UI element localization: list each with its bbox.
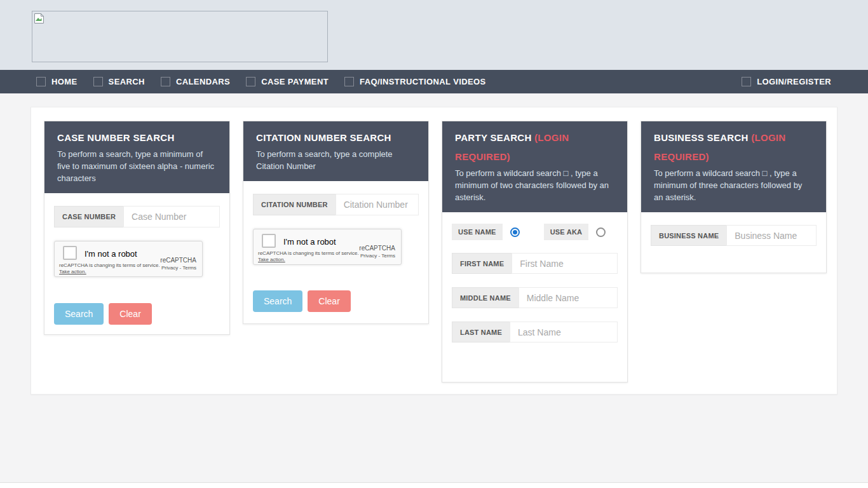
panel-header: BUSINESS SEARCH (LOGIN REQUIRED) To perf… [641, 121, 826, 212]
panel-description: To perform a search, type a complete Cit… [256, 148, 416, 172]
case-number-input-group: CASE NUMBER [54, 206, 220, 227]
nav-item-label: FAQ/INSTRUCTIONAL VIDEOS [360, 77, 486, 86]
search-button[interactable]: Search [54, 303, 104, 325]
case-number-input[interactable] [123, 206, 220, 227]
nav-item-label: CASE PAYMENT [261, 77, 329, 86]
recaptcha-brand-name: reCAPTCHA [160, 257, 196, 264]
recaptcha-take-action-link[interactable]: Take action. [59, 269, 86, 274]
nav-item-label: HOME [51, 77, 78, 86]
search-button[interactable]: Search [253, 290, 302, 312]
nav-item-search[interactable]: SEARCH [93, 77, 145, 86]
citation-number-input-group: CITATION NUMBER [253, 194, 419, 215]
main-navbar: HOME SEARCH CALENDARS CASE PAYMENT FAQ/I… [0, 70, 868, 93]
party-search-panel: PARTY SEARCH (LOGIN REQUIRED) To perform… [442, 121, 628, 383]
middle-name-input[interactable] [519, 287, 618, 308]
middle-name-input-group: MIDDLE NAME [452, 287, 618, 308]
recaptcha-brand: reCAPTCHA Privacy - Terms [359, 245, 395, 259]
home-icon [36, 77, 46, 86]
nav-item-label: CALENDARS [176, 77, 230, 86]
video-icon [344, 77, 354, 86]
clear-button[interactable]: Clear [308, 290, 350, 312]
recaptcha-label: I'm not a robot [283, 237, 336, 247]
clear-button[interactable]: Clear [109, 303, 151, 325]
panel-title: PARTY SEARCH (LOGIN REQUIRED) [455, 128, 614, 166]
panel-title: BUSINESS SEARCH (LOGIN REQUIRED) [654, 128, 813, 166]
recaptcha-privacy-terms-links[interactable]: Privacy - Terms [160, 265, 196, 271]
recaptcha-notice-text: reCAPTCHA is changing its terms of servi… [59, 262, 160, 268]
business-search-panel: BUSINESS SEARCH (LOGIN REQUIRED) To perf… [641, 121, 827, 273]
panel-title: CITATION NUMBER SEARCH [256, 128, 416, 147]
panel-header: CASE NUMBER SEARCH To perform a search, … [44, 121, 229, 193]
use-name-label: USE NAME [452, 224, 503, 240]
first-name-input-group: FIRST NAME [452, 253, 618, 274]
last-name-input-group: LAST NAME [452, 322, 618, 342]
search-panels-container: CASE NUMBER SEARCH To perform a search, … [31, 107, 837, 395]
nav-item-login-register[interactable]: LOGIN/REGISTER [742, 77, 831, 86]
business-name-label: BUSINESS NAME [651, 225, 726, 246]
business-name-input[interactable] [726, 225, 817, 246]
recaptcha-privacy-terms-links[interactable]: Privacy - Terms [359, 253, 395, 259]
recaptcha-notice-text: reCAPTCHA is changing its terms of servi… [258, 250, 359, 256]
panel-description: To perform a wildcard search □ , type a … [654, 167, 813, 203]
page-header [0, 0, 868, 70]
citation-number-input[interactable] [336, 194, 419, 215]
recaptcha-widget: I'm not a robot reCAPTCHA is changing it… [253, 229, 402, 265]
recaptcha-brand-name: reCAPTCHA [359, 245, 395, 252]
nav-item-label: SEARCH [109, 77, 145, 86]
business-name-input-group: BUSINESS NAME [651, 225, 817, 246]
search-icon [93, 77, 103, 86]
broken-image-icon [34, 13, 44, 24]
user-icon [742, 77, 751, 86]
citation-number-search-panel: CITATION NUMBER SEARCH To perform a sear… [243, 121, 429, 324]
use-name-radio[interactable] [510, 227, 520, 237]
use-aka-label: USE AKA [544, 224, 589, 240]
recaptcha-take-action-link[interactable]: Take action. [258, 257, 285, 262]
last-name-label: LAST NAME [452, 322, 510, 342]
panel-description: To perform a search, type a minimum of f… [57, 148, 217, 184]
panel-title: CASE NUMBER SEARCH [57, 128, 217, 147]
citation-number-label: CITATION NUMBER [253, 194, 336, 215]
recaptcha-brand: reCAPTCHA Privacy - Terms [160, 257, 196, 271]
recaptcha-notice: reCAPTCHA is changing its terms of servi… [258, 250, 359, 263]
last-name-input[interactable] [510, 322, 618, 342]
recaptcha-label: I'm not a robot [85, 249, 137, 259]
recaptcha-checkbox[interactable] [262, 234, 276, 248]
recaptcha-widget: I'm not a robot reCAPTCHA is changing it… [54, 241, 203, 277]
middle-name-label: MIDDLE NAME [452, 287, 519, 308]
panel-header: CITATION NUMBER SEARCH To perform a sear… [243, 121, 428, 181]
panel-description: To perform a wildcard search □ , type a … [455, 167, 614, 203]
recaptcha-checkbox[interactable] [63, 246, 77, 260]
first-name-label: FIRST NAME [452, 253, 512, 274]
case-number-search-panel: CASE NUMBER SEARCH To perform a search, … [44, 121, 230, 335]
footer-strip [0, 482, 868, 488]
site-logo [32, 11, 328, 62]
nav-item-home[interactable]: HOME [36, 77, 78, 86]
recaptcha-notice: reCAPTCHA is changing its terms of servi… [59, 262, 160, 275]
calendar-icon [161, 77, 170, 86]
name-type-radio-row: USE NAME USE AKA [452, 224, 618, 240]
nav-item-calendars[interactable]: CALENDARS [161, 77, 230, 86]
nav-item-case-payment[interactable]: CASE PAYMENT [246, 77, 329, 86]
use-aka-radio[interactable] [596, 227, 606, 237]
case-number-label: CASE NUMBER [54, 206, 123, 227]
panel-header: PARTY SEARCH (LOGIN REQUIRED) To perform… [442, 121, 627, 212]
nav-item-faq-videos[interactable]: FAQ/INSTRUCTIONAL VIDEOS [344, 77, 486, 86]
first-name-input[interactable] [512, 253, 618, 274]
nav-item-label: LOGIN/REGISTER [757, 77, 831, 86]
payment-icon [246, 77, 255, 86]
